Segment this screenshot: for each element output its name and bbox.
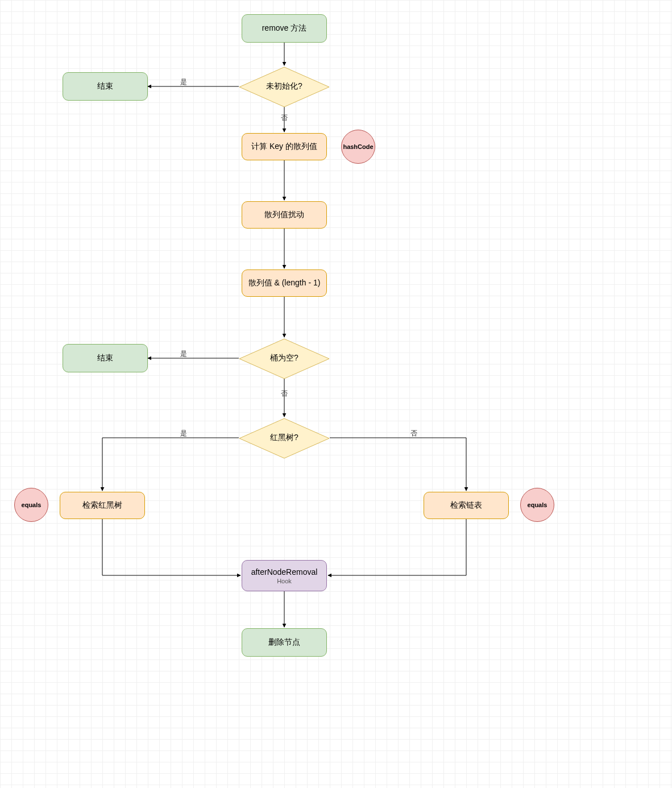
edge-label-no: 否 — [409, 429, 418, 438]
node-perturb-hash: 散列值扰动 — [242, 201, 327, 229]
edge-label-yes: 是 — [179, 429, 188, 438]
node-equals-right: equals — [520, 488, 554, 522]
node-end-1: 结束 — [63, 72, 148, 101]
node-label: 桶为空? — [270, 353, 298, 363]
node-delete: 删除节点 — [242, 628, 327, 657]
edge-label-yes: 是 — [179, 349, 188, 359]
node-after-node-removal: afterNodeRemoval Hook — [242, 560, 327, 591]
node-label: afterNodeRemoval — [251, 567, 318, 577]
node-label: 散列值扰动 — [264, 210, 304, 220]
node-label: 散列值 & (length - 1) — [248, 278, 321, 288]
node-hashcode: hashCode — [341, 130, 375, 164]
decision-rbtree: 红黑树? — [239, 418, 330, 458]
flowchart-edges — [0, 0, 672, 788]
node-end-2: 结束 — [63, 344, 148, 372]
node-label: 结束 — [97, 81, 113, 92]
node-label: 计算 Key 的散列值 — [251, 142, 317, 152]
node-sublabel: Hook — [277, 578, 292, 584]
node-label: 检索链表 — [450, 500, 482, 511]
node-search-rbtree: 检索红黑树 — [60, 492, 145, 519]
edge-label-no: 否 — [280, 113, 289, 123]
node-label: 红黑树? — [270, 433, 298, 443]
node-label: hashCode — [343, 143, 373, 150]
node-compute-hash: 计算 Key 的散列值 — [242, 133, 327, 160]
node-label: 未初始化? — [266, 81, 302, 92]
edge-label-yes: 是 — [179, 77, 188, 87]
node-start: remove 方法 — [242, 14, 327, 43]
edge-label-no: 否 — [280, 389, 289, 399]
node-label: 检索红黑树 — [82, 500, 122, 511]
node-search-list: 检索链表 — [424, 492, 509, 519]
node-label: 删除节点 — [268, 637, 300, 648]
node-equals-left: equals — [14, 488, 48, 522]
node-label: equals — [528, 501, 547, 508]
node-label: 结束 — [97, 353, 113, 363]
decision-uninitialized: 未初始化? — [239, 67, 330, 106]
decision-bucket-empty: 桶为空? — [239, 338, 330, 378]
node-label: remove 方法 — [262, 23, 307, 34]
node-label: equals — [22, 501, 42, 508]
node-index-mask: 散列值 & (length - 1) — [242, 269, 327, 297]
